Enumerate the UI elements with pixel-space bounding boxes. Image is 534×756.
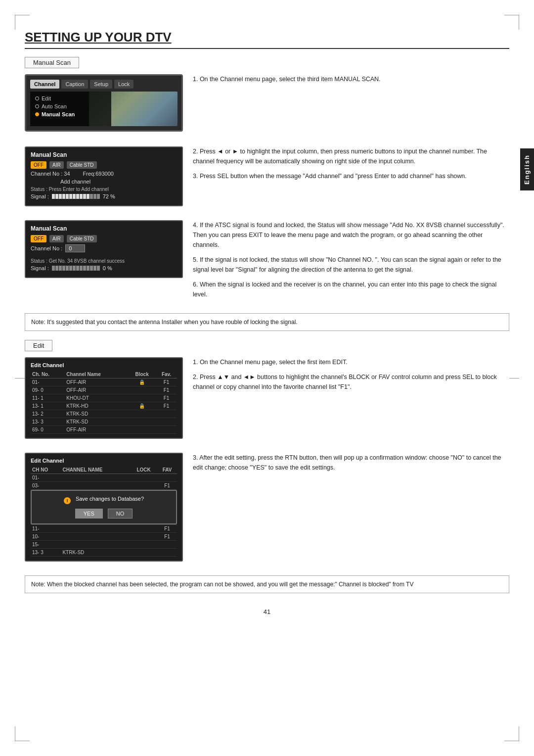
col2-fav: FAV [157, 466, 177, 474]
signal-bar-5 [66, 194, 69, 199]
tv-option-cable: Cable STD [67, 161, 97, 169]
signal-bar-2 [55, 194, 58, 199]
tv-channel-no-row: Channel No : 34 Freq:693000 [31, 171, 177, 177]
s-bar-11 [87, 266, 89, 271]
tv-option-air2: AIR [49, 235, 64, 242]
table-row: 13- 3 KTRK-SD [31, 418, 177, 426]
signal-bar-12 [90, 194, 93, 199]
tv-menu-lock: Lock [114, 80, 134, 89]
tv-edit-title-2: Edit Channel [31, 458, 177, 464]
table-row: 11- 1 KHOU-DT F1 [31, 394, 177, 402]
tv-freq-label: Freq:693000 [83, 171, 114, 177]
tv-channel-no-input[interactable]: 0 [65, 244, 85, 252]
manual-scan-instruction-1: 1. On the Channel menu page, select the … [193, 74, 509, 138]
tv-scan-title-2: Manual Scan [31, 225, 177, 232]
warning-icon: ! [64, 497, 71, 504]
table-row: ! Save changes to Database? YES NO [31, 490, 177, 525]
dialog-buttons: YES NO [37, 509, 171, 519]
dialog-no-button[interactable]: NO [108, 509, 133, 519]
tv-edit-screen-1: Edit Channel Ch. No. Channel Name Block … [25, 357, 183, 439]
tv-menu-list: Edit Auto Scan Manual Scan [30, 92, 111, 126]
tv-menu-item-auto-scan: Auto Scan [35, 102, 106, 110]
tv-scan-screen-2: Manual Scan OFF AIR Cable STD Channel No… [25, 220, 183, 278]
page-title: SETTING UP YOUR DTV [25, 30, 509, 49]
manual-scan-middle-row: Manual Scan OFF AIR Cable STD Channel No… [25, 146, 509, 211]
tv-scan-screen-1: Manual Scan OFF AIR Cable STD Channel No… [25, 146, 183, 206]
s-bar-7 [73, 266, 76, 271]
s-bar-1 [52, 266, 55, 271]
tv-signal-row2: Signal : [31, 265, 177, 271]
signal-bar-7 [73, 194, 76, 199]
edit-label: Edit [25, 340, 52, 351]
signal-bar-13 [93, 194, 96, 199]
tv-edit-screen-2: Edit Channel CH NO CHANNEL NAME LOCK FAV… [25, 453, 183, 562]
radio-edit [35, 96, 39, 100]
edit-instruction-3: 3. After the edit setting, press the RTN… [193, 453, 509, 567]
tv-option-cable2: Cable STD [67, 235, 97, 242]
tv-option-off: OFF [31, 161, 46, 169]
tv-channel-menu-screen: Channel Caption Setup Lock Edit [25, 74, 183, 132]
edit-bottom-row: Edit Channel CH NO CHANNEL NAME LOCK FAV… [25, 453, 509, 567]
s-bar-14 [97, 266, 100, 271]
page-number: 41 [25, 608, 509, 615]
tv-status-row2: Status : Get No. 34 8VSB channel success [31, 258, 177, 264]
tv-signal-row1: Signal : [31, 193, 177, 199]
tv-menu-caption: Caption [61, 80, 88, 89]
tv-menu-channel: Channel [30, 80, 59, 89]
s-bar-9 [80, 266, 83, 271]
dialog-text: Save changes to Database? [76, 496, 144, 502]
corner-mark-tr [504, 15, 519, 30]
radio-manual-scan [35, 112, 39, 116]
signal-bar-4 [62, 194, 65, 199]
table-row: 13- 2 KTRK-SD [31, 410, 177, 418]
col-block: Block [128, 371, 156, 378]
tv-add-channel-row: Add channel [31, 179, 177, 185]
edit-channel-table-2: CH NO CHANNEL NAME LOCK FAV 01- [31, 466, 177, 557]
edit-screen2-col: Edit Channel CH NO CHANNEL NAME LOCK FAV… [25, 453, 183, 567]
s-bar-10 [83, 266, 86, 271]
tv-signal-label1: Signal : [31, 193, 49, 199]
edit-top-row: Edit Channel Ch. No. Channel Name Block … [25, 357, 509, 444]
tv-menu-item-edit: Edit [35, 94, 106, 102]
manual-scan-label: Manual Scan [25, 57, 79, 68]
signal-bar-8 [76, 194, 79, 199]
corner-mark-tl [15, 15, 30, 30]
tv-menu-bar: Channel Caption Setup Lock [30, 80, 178, 89]
s-bar-3 [59, 266, 62, 271]
tv-scan-options-row: OFF AIR Cable STD [31, 161, 177, 169]
table-row: 13- 3 KTRK-SD [31, 549, 177, 557]
table-row: 69- 0 OFF-AIR [31, 426, 177, 434]
edit-instructions-1-2: 1. On the Channel menu page, select the … [193, 357, 509, 444]
table-row: 01- OFF-AIR 🔒 F1 [31, 378, 177, 386]
tv-scan-title-1: Manual Scan [31, 151, 177, 158]
table-row: 11- F1 [31, 525, 177, 533]
s-bar-8 [76, 266, 79, 271]
tv-option-air: AIR [49, 161, 64, 169]
tv-status-row1: Status : Press Enter to Add channel [31, 187, 177, 192]
save-dialog: ! Save changes to Database? YES NO [31, 490, 177, 524]
manual-scan-screen2-col: Manual Scan OFF AIR Cable STD Channel No… [25, 220, 183, 304]
s-bar-13 [93, 266, 96, 271]
side-mark-right [509, 378, 519, 378]
edit-screen1-col: Edit Channel Ch. No. Channel Name Block … [25, 357, 183, 444]
corner-mark-bl [15, 726, 30, 741]
signal-bar-10 [83, 194, 86, 199]
col2-ch-no: CH NO [31, 466, 61, 474]
table-row: 10- F1 [31, 533, 177, 541]
manual-scan-top-row: Channel Caption Setup Lock Edit [25, 74, 509, 138]
tv-signal-pct2: 0 % [103, 265, 112, 271]
table-row: 09- 0 OFF-AIR F1 [31, 386, 177, 394]
manual-scan-screen-col: Channel Caption Setup Lock Edit [25, 74, 183, 138]
corner-mark-br [504, 726, 519, 741]
edit-channel-table-1: Ch. No. Channel Name Block Fav. 01- OFF-… [31, 371, 177, 434]
tv-signal-bars1 [52, 194, 100, 199]
signal-bar-1 [52, 194, 55, 199]
col2-lock: LOCK [130, 466, 157, 474]
signal-bar-11 [87, 194, 89, 199]
manual-scan-instructions-2-3: 2. Press ◄ or ► to highlight the input c… [193, 146, 509, 211]
table-row: 01- [31, 474, 177, 482]
dialog-yes-button[interactable]: YES [75, 509, 103, 519]
table-row: 13- 1 KTRK-HD 🔒 F1 [31, 402, 177, 410]
tv-signal-label2: Signal : [31, 265, 49, 271]
s-bar-2 [55, 266, 58, 271]
